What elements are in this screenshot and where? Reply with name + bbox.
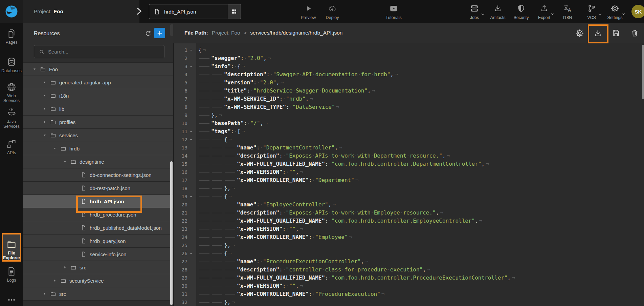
code-line[interactable]: "x-WM-VERSION":·"",¬ <box>196 225 644 233</box>
caret-down-icon[interactable] <box>52 147 57 150</box>
tree-folder-foo[interactable]: Foo <box>23 63 173 76</box>
save-file-button[interactable] <box>612 29 620 37</box>
tree-folder-src[interactable]: src <box>23 287 173 301</box>
sidebar-item-java-services[interactable]: JavaServices <box>0 108 23 129</box>
code-line[interactable]: "basePath":·"/",¬ <box>196 119 644 127</box>
caret-right-icon[interactable] <box>42 107 47 110</box>
fold-caret-icon[interactable] <box>187 252 194 255</box>
sidebar-item-pages[interactable]: Pages <box>0 28 23 45</box>
code-line[interactable]: "x-WM-SERVICE_ID":·"hrdb",¬ <box>196 95 644 103</box>
code-line[interactable]: "x-WM-CONTROLLER_NAME":·"ProcedureExecut… <box>196 290 644 298</box>
caret-right-icon[interactable] <box>52 279 57 282</box>
tree-folder-securityservice[interactable]: securityService <box>23 274 173 287</box>
code-line[interactable]: {¬ <box>196 136 644 144</box>
caret-right-icon[interactable] <box>42 94 47 97</box>
sidebar-item-file-explorer[interactable]: FileExplorer <box>2 233 21 262</box>
delete-file-button[interactable] <box>630 29 639 37</box>
code-line[interactable]: "x-WM-FULLY_QUALIFIED_NAME":·"com.foo.hr… <box>196 160 644 168</box>
code-line[interactable]: "description":·"Exposes·APIs·to·work·wit… <box>196 152 644 160</box>
tree-folder-src[interactable]: src <box>23 261 173 274</box>
code-line[interactable]: },¬ <box>196 241 644 249</box>
app-logo[interactable] <box>0 0 23 23</box>
code-line[interactable]: "description":·"Swagger·API·documentatio… <box>196 70 644 79</box>
fold-caret-icon[interactable] <box>187 195 194 198</box>
file-settings-button[interactable] <box>575 29 584 38</box>
menu-jobs[interactable]: Jobs <box>464 3 485 22</box>
code-line[interactable]: },¬ <box>196 111 644 119</box>
tree-folder-profiles[interactable]: profiles <box>23 116 173 129</box>
caret-down-icon[interactable] <box>42 134 47 137</box>
menu-security[interactable]: Security <box>511 3 531 22</box>
fold-caret-icon[interactable] <box>187 138 194 141</box>
code-line[interactable]: "tags":·[¬ <box>196 127 644 136</box>
action-deploy[interactable]: Deploy <box>321 3 343 22</box>
caret-down-icon[interactable] <box>63 160 67 163</box>
caret-right-icon[interactable] <box>42 81 47 84</box>
tree-scrollbar[interactable] <box>170 161 173 305</box>
sidebar-item-web-services[interactable]: WebServices <box>0 82 23 103</box>
code-line[interactable]: },¬ <box>196 298 644 306</box>
code-line[interactable]: "name":·"DepartmentController",¬ <box>196 144 644 152</box>
code-line[interactable]: "description":·"controller·class·for·pro… <box>196 266 644 274</box>
tree-file-service-info-json[interactable]: service-info.json <box>23 248 173 261</box>
tree-file-hrdb-procedure-json[interactable]: hrdb_procedure.json <box>23 208 173 221</box>
tree-file-hrdb-api-json[interactable]: hrdb_API.json <box>23 195 173 208</box>
tree-folder-lib[interactable]: lib <box>23 102 173 116</box>
caret-right-icon[interactable] <box>42 120 47 124</box>
action-tutorials[interactable]: Tutorials <box>381 3 406 22</box>
code-line[interactable]: "info":·{¬ <box>196 62 644 70</box>
search-input[interactable] <box>48 49 156 55</box>
code-line[interactable]: "name":·"EmployeeController",¬ <box>196 201 644 209</box>
code-line[interactable]: "description":·"Exposes·APIs·to·work·wit… <box>196 209 644 217</box>
tree-folder-hrdb[interactable]: hrdb <box>23 142 173 155</box>
code-line[interactable]: {¬ <box>196 46 644 54</box>
project-menu[interactable]: Project: Foo <box>23 0 139 23</box>
tree-folder-generated-angular-app[interactable]: generated-angular-app <box>23 76 173 89</box>
code-line[interactable]: "x-WM-VERSION":·"",¬ <box>196 168 644 176</box>
code-line[interactable]: "x-WM-VERSION":·"",¬ <box>196 282 644 290</box>
sidebar-more-button[interactable] <box>0 295 23 306</box>
tree-file-db-connection-settings-json[interactable]: db-connection-settings.json <box>23 168 173 182</box>
editor-scrollbar[interactable] <box>642 45 644 99</box>
refresh-button[interactable] <box>145 30 152 37</box>
tree-folder-i18n[interactable]: i18n <box>23 89 173 102</box>
menu-i18n[interactable]: I18N <box>557 3 578 22</box>
code-line[interactable]: "version":·"2.0",¬ <box>196 79 644 87</box>
code-line[interactable]: "x-WM-CONTROLLER_NAME":·"Employee"¬ <box>196 233 644 241</box>
code-line[interactable]: "x-WM-FULLY_QUALIFIED_NAME":·"com.foo.hr… <box>196 217 644 225</box>
sidebar-item-databases[interactable]: Databases <box>0 57 23 73</box>
open-file-tab[interactable]: hrdb_API.json <box>149 4 241 19</box>
action-preview[interactable]: Preview <box>297 3 319 22</box>
tree-folder-designtime[interactable]: designtime <box>23 155 173 168</box>
tree-file-hrdb-published-datamodel-json[interactable]: hrdb_published_dataModel.json <box>23 221 173 234</box>
code-line[interactable]: "name":·"ProcedureExecutionController",¬ <box>196 258 644 266</box>
caret-right-icon[interactable] <box>63 266 67 269</box>
code-line[interactable]: "x-WM-SERVICE_TYPE":·"DataService"¬ <box>196 103 644 111</box>
menu-settings[interactable]: Settings <box>605 3 625 22</box>
code-line[interactable]: "x-WM-CONTROLLER_NAME":·"Department"¬ <box>196 176 644 184</box>
code-editor[interactable]: 1234567891011121314151617181920212223242… <box>173 43 644 306</box>
sidebar-item-apis[interactable]: APIs <box>0 139 23 155</box>
code-line[interactable]: },¬ <box>196 184 644 192</box>
caret-right-icon[interactable] <box>42 292 47 295</box>
tree-file-db-rest-patch-json[interactable]: db-rest-patch.json <box>23 182 173 195</box>
fold-caret-icon[interactable] <box>187 49 194 52</box>
code-line[interactable]: "x-WM-FULLY_QUALIFIED_NAME":·"com.foo.hr… <box>196 274 644 282</box>
code-line[interactable]: {¬ <box>196 192 644 201</box>
code-line[interactable]: "swagger":·"2.0",¬ <box>196 54 644 62</box>
menu-artifacts[interactable]: Artifacts <box>488 3 508 22</box>
fold-caret-icon[interactable] <box>187 130 194 133</box>
download-file-button[interactable] <box>593 29 602 38</box>
add-resource-button[interactable] <box>154 28 165 38</box>
menu-export[interactable]: Export <box>534 3 554 22</box>
tree-file-hrdb-query-json[interactable]: hrdb_query.json <box>23 234 173 248</box>
tree-folder-services[interactable]: services <box>23 129 173 142</box>
user-avatar[interactable]: SK <box>631 5 644 18</box>
editor-content[interactable]: {¬"swagger":·"2.0",¬"info":·{¬"descripti… <box>196 43 644 306</box>
menu-vcs[interactable]: VCS <box>581 3 602 22</box>
fold-caret-icon[interactable] <box>187 65 194 68</box>
code-line[interactable]: {¬ <box>196 249 644 258</box>
grid-view-icon[interactable] <box>228 4 241 19</box>
code-line[interactable]: "title":·"hrdbService·Swagger·Documentat… <box>196 87 644 95</box>
sidebar-item-logs[interactable]: Logs <box>0 266 23 283</box>
